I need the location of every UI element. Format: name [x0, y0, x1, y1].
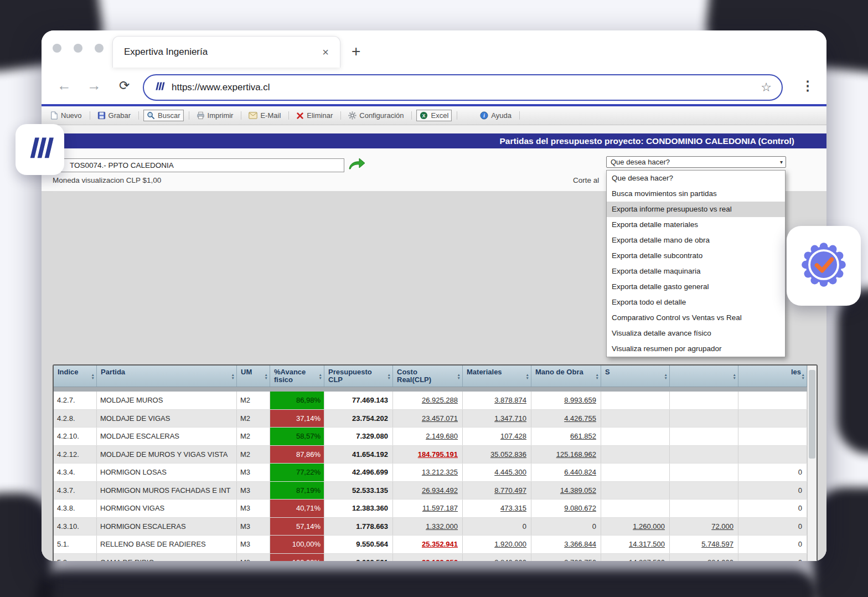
- cell-extra-1[interactable]: 14.317.500: [601, 536, 670, 553]
- toolbar-button-grabar[interactable]: Grabar: [95, 110, 139, 121]
- vertical-scrollbar[interactable]: ▾: [807, 366, 817, 561]
- window-control-dot[interactable]: [74, 44, 82, 53]
- dropdown-option[interactable]: Busca movimientos sin partidas: [607, 186, 785, 202]
- sort-arrows-icon[interactable]: ▲▼: [802, 373, 805, 379]
- cell-mano-de-obra[interactable]: 14.389.052: [531, 482, 601, 500]
- toolbar-label: Eliminar: [307, 111, 333, 120]
- sort-arrows-icon[interactable]: ▲▼: [664, 373, 668, 379]
- cell-costo-real[interactable]: 11.597.187: [393, 500, 463, 517]
- cell-extra-2[interactable]: 5.748.597: [670, 536, 738, 553]
- cell-materiales[interactable]: 8.770.497: [463, 482, 531, 500]
- cell-mano-de-obra[interactable]: 6.440.824: [531, 464, 601, 481]
- cell-materiales[interactable]: 473.315: [463, 500, 531, 517]
- browser-tab[interactable]: Expertiva Ingeniería ×: [112, 36, 340, 68]
- sort-arrows-icon[interactable]: ▲▼: [231, 373, 235, 379]
- cell-materiales[interactable]: 1.347.710: [463, 410, 531, 428]
- sort-arrows-icon[interactable]: ▲▼: [265, 373, 268, 379]
- action-select[interactable]: Que desea hacer? ▾: [606, 156, 786, 168]
- window-control-dot[interactable]: [95, 44, 104, 53]
- sort-arrows-icon[interactable]: ▲▼: [733, 373, 736, 379]
- column-header[interactable]: %Avance fisico▲▼: [270, 366, 324, 387]
- cell-partida: MOLDAJE ESCALERAS: [97, 428, 237, 445]
- scrollbar-thumb[interactable]: [809, 370, 815, 459]
- dropdown-option[interactable]: Visualiza resumen por agrupador: [607, 341, 785, 357]
- cell-extra-1[interactable]: 1.260.000: [601, 518, 670, 536]
- cell-mano-de-obra[interactable]: 9.080.672: [531, 500, 601, 517]
- cell-costo-real[interactable]: 184.795.191: [393, 446, 463, 464]
- cell-materiales[interactable]: 4.445.300: [463, 464, 531, 481]
- column-header[interactable]: Partida▲▼: [97, 366, 237, 387]
- cell-costo-real[interactable]: 22.122.256: [393, 554, 463, 562]
- cell-materiales[interactable]: 107.428: [463, 428, 531, 445]
- column-header[interactable]: UM▲▼: [237, 366, 270, 387]
- project-search-input[interactable]: [53, 158, 344, 172]
- refresh-arrow-icon[interactable]: [348, 157, 365, 173]
- tab-close-icon[interactable]: ×: [322, 46, 329, 59]
- cell-mano-de-obra[interactable]: 3.366.844: [531, 536, 601, 553]
- browser-menu-icon[interactable]: ⋮: [801, 78, 814, 94]
- back-icon[interactable]: ←: [57, 77, 71, 94]
- sort-arrows-icon[interactable]: ▲▼: [526, 373, 529, 379]
- column-header[interactable]: Presupuesto CLP▲▼: [324, 366, 393, 387]
- cell-materiales[interactable]: 3.878.874: [463, 392, 531, 409]
- cell-materiales[interactable]: 35.052.836: [463, 446, 531, 464]
- dropdown-option[interactable]: Exporta detalle maquinaria: [607, 264, 785, 279]
- sort-arrows-icon[interactable]: ▲▼: [596, 373, 599, 379]
- toolbar-button-e-mail[interactable]: E-Mail: [246, 110, 289, 121]
- cell-extra-1[interactable]: 14.287.500: [601, 554, 670, 562]
- toolbar-button-excel[interactable]: XExcel: [416, 110, 457, 121]
- cell-mano-de-obra[interactable]: 125.168.962: [531, 446, 601, 464]
- bookmark-star-icon[interactable]: ☆: [761, 80, 772, 95]
- decor-blob: [837, 288, 868, 454]
- dropdown-option[interactable]: Comparativo Control vs Ventas vs Real: [607, 310, 785, 326]
- column-header[interactable]: Indice▲▼: [54, 366, 97, 387]
- column-header[interactable]: S▲▼: [601, 366, 670, 387]
- cell-costo-real[interactable]: 13.212.325: [393, 464, 463, 481]
- window-control-dot[interactable]: [53, 44, 61, 53]
- cell-materiales[interactable]: 1.920.000: [463, 536, 531, 553]
- table-header-strip: [54, 387, 807, 392]
- toolbar-button-imprimir[interactable]: Imprimir: [194, 110, 242, 121]
- toolbar-button-eliminar[interactable]: Eliminar: [293, 110, 341, 121]
- dropdown-option[interactable]: Visualiza detalle avance físico: [607, 326, 785, 341]
- column-header[interactable]: Materiales▲▼: [463, 366, 531, 387]
- toolbar-button-nuevo[interactable]: Nuevo: [47, 110, 90, 121]
- reload-icon[interactable]: ⟳: [119, 78, 130, 93]
- address-bar[interactable]: https://www.expertiva.cl ☆: [143, 74, 783, 101]
- column-header[interactable]: ▲▼: [670, 366, 738, 387]
- cell-costo-real[interactable]: 26.925.288: [393, 392, 463, 409]
- sort-arrows-icon[interactable]: ▲▼: [91, 373, 95, 379]
- column-header[interactable]: Costo Real(CLP)▲▼: [393, 366, 463, 387]
- sort-arrows-icon[interactable]: ▲▼: [319, 373, 322, 379]
- cell-mano-de-obra[interactable]: 8.993.659: [531, 392, 601, 409]
- forward-icon[interactable]: →: [87, 77, 101, 94]
- dropdown-option[interactable]: Exporta detalle mano de obra: [607, 233, 785, 248]
- dropdown-option[interactable]: Exporta informe presupuesto vs real: [607, 202, 785, 217]
- dropdown-option[interactable]: Que desea hacer?: [607, 171, 785, 186]
- cell-extra-2[interactable]: 234.000: [670, 554, 738, 562]
- svg-text:X: X: [422, 113, 426, 119]
- toolbar-button-buscar[interactable]: Buscar: [143, 110, 189, 121]
- cell-mano-de-obra[interactable]: 3.760.756: [531, 554, 601, 562]
- dropdown-option[interactable]: Exporta detalle gasto general: [607, 279, 785, 295]
- cell-costo-real[interactable]: 23.457.071: [393, 410, 463, 428]
- sort-arrows-icon[interactable]: ▲▼: [457, 373, 461, 379]
- column-header[interactable]: Mano de Obra▲▼: [531, 366, 601, 387]
- sort-arrows-icon[interactable]: ▲▼: [388, 373, 391, 379]
- cell-mano-de-obra[interactable]: 661.852: [531, 428, 601, 445]
- column-header[interactable]: les▲▼: [738, 366, 807, 387]
- toolbar-button-configuraci-n[interactable]: Configuración: [345, 110, 412, 121]
- toolbar-button-ayuda[interactable]: iAyuda: [477, 110, 520, 121]
- cell-costo-real[interactable]: 2.149.680: [393, 428, 463, 445]
- cell-materiales[interactable]: 3.840.000: [463, 554, 531, 562]
- cell-costo-real[interactable]: 26.934.492: [393, 482, 463, 500]
- cell-costo-real[interactable]: 1.332.000: [393, 518, 463, 536]
- cell-indice: 4.2.8.: [54, 410, 97, 428]
- cell-mano-de-obra[interactable]: 4.426.755: [531, 410, 601, 428]
- dropdown-option[interactable]: Exporta todo el detalle: [607, 295, 785, 310]
- cell-extra-2[interactable]: 72.000: [670, 518, 738, 536]
- dropdown-option[interactable]: Exporta detalle subcontrato: [607, 248, 785, 264]
- cell-costo-real[interactable]: 25.352.941: [393, 536, 463, 553]
- dropdown-option[interactable]: Exporta detalle materiales: [607, 217, 785, 233]
- new-tab-button[interactable]: +: [352, 43, 360, 60]
